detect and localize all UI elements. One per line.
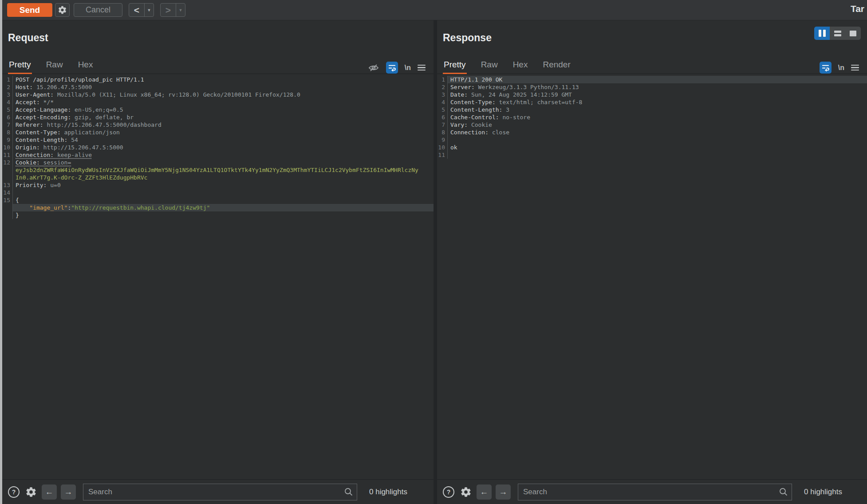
word-wrap-toggle-button[interactable]	[820, 62, 832, 74]
line-content: Accept: */*	[12, 98, 434, 106]
line-content: In0.aKrT7g.K-dOrc-Z_ZZFt3HlEZdugpHbRVc	[12, 174, 434, 181]
line-number: 11	[2, 151, 12, 159]
code-line: 3User-Agent: Mozilla/5.0 (X11; Linux x86…	[2, 91, 434, 98]
history-forward-button[interactable]: >	[161, 4, 176, 16]
request-panel: Request Pretty Raw Hex	[2, 20, 434, 504]
code-line: 9	[437, 136, 867, 144]
code-line: 3Date: Sun, 24 Aug 2025 14:12:59 GMT	[437, 91, 867, 98]
line-number: 1	[2, 76, 12, 83]
line-number	[2, 204, 12, 211]
response-tab-hex[interactable]: Hex	[512, 60, 529, 74]
request-panel-title: Request	[8, 32, 48, 44]
request-search-next-button[interactable]: →	[61, 484, 76, 500]
line-content: Cookie: session=	[12, 159, 434, 166]
line-content: Date: Sun, 24 Aug 2025 14:12:59 GMT	[447, 91, 867, 98]
line-content: Cache-Control: no-store	[447, 113, 867, 121]
svg-text:?: ?	[12, 488, 16, 496]
show-newlines-button[interactable]: \n	[405, 64, 411, 72]
line-number: 7	[2, 121, 12, 129]
history-back-dropdown[interactable]: ▼	[144, 4, 154, 16]
history-forward-group: > ▼	[160, 3, 185, 17]
response-panel: Response Pretty Raw Hex Render \n 1HTTP/…	[437, 20, 867, 504]
code-line: 5Accept-Language: en-US,en;q=0.5	[2, 106, 434, 113]
response-editor[interactable]: 1HTTP/1.1 200 OK2Server: Werkzeug/3.1.3 …	[437, 74, 867, 479]
line-content	[447, 136, 867, 144]
request-tab-raw[interactable]: Raw	[45, 60, 64, 74]
line-content: eyJsb2dnZWRfaW4iOnRydWUsInVzZXJfaWQiOiJm…	[12, 166, 434, 174]
help-icon: ?	[442, 486, 455, 498]
request-editor-toolbar: \n	[368, 62, 426, 74]
line-number: 6	[437, 113, 447, 121]
response-search-next-button[interactable]: →	[496, 484, 511, 500]
layout-columns-button[interactable]	[814, 27, 830, 40]
history-forward-dropdown[interactable]: ▼	[176, 4, 185, 16]
request-search-settings-button[interactable]	[24, 485, 38, 499]
hamburger-menu-icon	[418, 65, 426, 71]
response-tab-pretty[interactable]: Pretty	[443, 60, 467, 74]
history-back-button[interactable]: <	[129, 4, 144, 16]
request-search-input[interactable]	[83, 484, 357, 500]
code-line: 14	[2, 189, 434, 196]
line-content: HTTP/1.1 200 OK	[447, 76, 867, 83]
request-search-help-button[interactable]: ?	[7, 485, 20, 499]
response-editor-lines: 1HTTP/1.1 200 OK2Server: Werkzeug/3.1.3 …	[437, 76, 867, 159]
request-tab-hex[interactable]: Hex	[77, 60, 94, 74]
response-editor-menu-button[interactable]	[851, 65, 859, 71]
arrow-right-icon: →	[64, 487, 73, 497]
request-search-bar: ? ← → 0 highlights	[2, 479, 434, 504]
request-search-prev-button[interactable]: ←	[42, 484, 57, 500]
layout-single-button[interactable]	[845, 27, 861, 40]
code-line: "image_url":"http://requestbin.whapi.clo…	[2, 204, 434, 211]
arrow-left-icon: ←	[45, 487, 54, 497]
hide-nonprintable-button[interactable]	[368, 63, 379, 73]
arrow-left-icon: ←	[480, 487, 489, 497]
word-wrap-toggle-button[interactable]	[386, 62, 398, 74]
line-content: Accept-Language: en-US,en;q=0.5	[12, 106, 434, 113]
code-line: 1HTTP/1.1 200 OK	[437, 76, 867, 83]
panel-resize-divider[interactable]	[434, 20, 437, 504]
word-wrap-icon	[821, 63, 830, 72]
line-content: Vary: Cookie	[447, 121, 867, 129]
code-line: 2Server: Werkzeug/3.1.3 Python/3.11.13	[437, 83, 867, 91]
response-search-settings-button[interactable]	[459, 485, 473, 499]
response-tab-raw[interactable]: Raw	[480, 60, 499, 74]
code-line: 11	[437, 151, 867, 159]
response-search-prev-button[interactable]: ←	[477, 484, 492, 500]
send-button[interactable]: Send	[7, 3, 52, 17]
hamburger-menu-icon	[851, 65, 859, 71]
line-number: 8	[437, 129, 447, 136]
line-number: 12	[2, 159, 12, 166]
code-line: 8Content-Type: application/json	[2, 129, 434, 136]
response-search-input[interactable]	[518, 484, 792, 500]
response-tabs: Pretty Raw Hex Render	[437, 60, 867, 74]
code-line: 9Content-Length: 54	[2, 136, 434, 144]
code-line: 6Accept-Encoding: gzip, deflate, br	[2, 113, 434, 121]
columns-layout-icon	[819, 30, 826, 37]
line-content: "image_url":"http://requestbin.whapi.clo…	[12, 204, 434, 211]
line-content: User-Agent: Mozilla/5.0 (X11; Linux x86_…	[12, 91, 434, 98]
send-settings-button[interactable]	[55, 3, 70, 17]
newline-icon: \n	[838, 64, 844, 72]
rows-layout-icon	[834, 31, 841, 36]
line-number: 9	[437, 136, 447, 144]
line-number: 10	[2, 144, 12, 151]
response-panel-title: Response	[443, 32, 492, 44]
code-line: 10ok	[437, 144, 867, 151]
request-editor-menu-button[interactable]	[418, 65, 426, 71]
code-line: 2Host: 15.206.47.5:5000	[2, 83, 434, 91]
line-number: 3	[437, 91, 447, 98]
line-number: 15	[2, 196, 12, 204]
code-line: 1POST /api/profile/upload_pic HTTP/1.1	[2, 76, 434, 83]
response-search-help-button[interactable]: ?	[442, 485, 455, 499]
cancel-button[interactable]: Cancel	[74, 3, 122, 17]
request-editor[interactable]: 1POST /api/profile/upload_pic HTTP/1.12H…	[2, 74, 434, 479]
response-tab-render[interactable]: Render	[542, 60, 571, 74]
request-tab-pretty[interactable]: Pretty	[8, 60, 32, 74]
show-newlines-button[interactable]: \n	[838, 64, 844, 72]
request-search-field-wrap	[83, 484, 357, 500]
line-content: Connection: keep-alive	[12, 151, 434, 159]
eye-slash-icon	[368, 63, 379, 73]
line-number: 3	[2, 91, 12, 98]
layout-rows-button[interactable]	[830, 27, 845, 40]
request-highlight-count: 0 highlights	[369, 488, 407, 496]
